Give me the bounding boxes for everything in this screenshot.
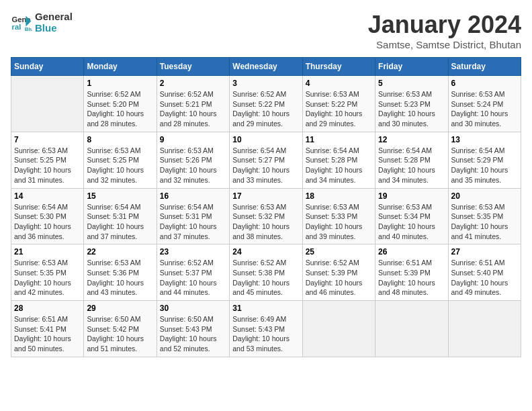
day-info: Sunrise: 6:52 AM Sunset: 5:38 PM Dayligh… [232, 258, 299, 298]
day-cell: 17Sunrise: 6:53 AM Sunset: 5:32 PM Dayli… [230, 188, 302, 244]
day-cell: 31Sunrise: 6:49 AM Sunset: 5:43 PM Dayli… [230, 301, 302, 357]
day-info: Sunrise: 6:52 AM Sunset: 5:21 PM Dayligh… [160, 89, 226, 129]
page-header: Gene ral Blue General Blue January 2024 … [11, 11, 521, 50]
day-cell: 5Sunrise: 6:53 AM Sunset: 5:23 PM Daylig… [375, 76, 448, 132]
day-cell: 13Sunrise: 6:54 AM Sunset: 5:29 PM Dayli… [448, 132, 521, 188]
header-row: SundayMondayTuesdayWednesdayThursdayFrid… [11, 58, 521, 76]
day-cell: 16Sunrise: 6:54 AM Sunset: 5:31 PM Dayli… [157, 188, 229, 244]
day-number: 1 [87, 79, 153, 88]
day-number: 11 [306, 135, 372, 144]
day-info: Sunrise: 6:53 AM Sunset: 5:26 PM Dayligh… [160, 146, 226, 185]
header-cell-sunday: Sunday [11, 58, 84, 76]
calendar-subtitle: Samtse, Samtse District, Bhutan [368, 39, 521, 50]
day-info: Sunrise: 6:54 AM Sunset: 5:29 PM Dayligh… [451, 146, 518, 185]
day-cell [302, 301, 375, 357]
day-number: 30 [160, 304, 226, 313]
day-info: Sunrise: 6:52 AM Sunset: 5:37 PM Dayligh… [160, 258, 226, 298]
day-info: Sunrise: 6:54 AM Sunset: 5:31 PM Dayligh… [87, 202, 153, 242]
day-info: Sunrise: 6:51 AM Sunset: 5:41 PM Dayligh… [14, 314, 81, 354]
day-number: 25 [306, 247, 372, 257]
week-row-3: 14Sunrise: 6:54 AM Sunset: 5:30 PM Dayli… [11, 188, 521, 244]
day-info: Sunrise: 6:53 AM Sunset: 5:32 PM Dayligh… [232, 202, 299, 242]
day-cell: 27Sunrise: 6:51 AM Sunset: 5:40 PM Dayli… [448, 244, 521, 301]
day-number: 4 [306, 79, 372, 88]
day-info: Sunrise: 6:50 AM Sunset: 5:43 PM Dayligh… [160, 314, 226, 354]
day-info: Sunrise: 6:53 AM Sunset: 5:35 PM Dayligh… [451, 202, 518, 242]
week-row-2: 7Sunrise: 6:53 AM Sunset: 5:25 PM Daylig… [11, 132, 521, 188]
day-info: Sunrise: 6:54 AM Sunset: 5:31 PM Dayligh… [160, 202, 226, 242]
day-number: 13 [451, 135, 518, 144]
day-cell: 24Sunrise: 6:52 AM Sunset: 5:38 PM Dayli… [230, 244, 302, 301]
day-cell: 10Sunrise: 6:54 AM Sunset: 5:27 PM Dayli… [230, 132, 302, 188]
day-number: 29 [87, 304, 153, 313]
day-cell: 18Sunrise: 6:53 AM Sunset: 5:33 PM Dayli… [302, 188, 375, 244]
day-info: Sunrise: 6:53 AM Sunset: 5:22 PM Dayligh… [306, 89, 372, 129]
day-cell: 30Sunrise: 6:50 AM Sunset: 5:43 PM Dayli… [157, 301, 229, 357]
day-number: 12 [378, 135, 445, 144]
calendar-title: January 2024 [368, 11, 521, 39]
day-cell: 20Sunrise: 6:53 AM Sunset: 5:35 PM Dayli… [448, 188, 521, 244]
day-number: 17 [232, 191, 299, 201]
day-info: Sunrise: 6:53 AM Sunset: 5:23 PM Dayligh… [378, 89, 445, 129]
week-row-5: 28Sunrise: 6:51 AM Sunset: 5:41 PM Dayli… [11, 301, 521, 357]
day-number: 18 [306, 191, 372, 201]
day-number: 26 [378, 247, 445, 257]
day-cell: 3Sunrise: 6:52 AM Sunset: 5:22 PM Daylig… [230, 76, 302, 132]
header-cell-thursday: Thursday [302, 58, 375, 76]
day-info: Sunrise: 6:53 AM Sunset: 5:35 PM Dayligh… [14, 258, 81, 298]
svg-text:Blue: Blue [25, 26, 32, 32]
day-info: Sunrise: 6:51 AM Sunset: 5:39 PM Dayligh… [378, 258, 445, 298]
day-info: Sunrise: 6:54 AM Sunset: 5:27 PM Dayligh… [232, 146, 299, 185]
day-number: 23 [160, 247, 226, 257]
day-number: 8 [87, 135, 153, 144]
day-cell: 8Sunrise: 6:53 AM Sunset: 5:25 PM Daylig… [84, 132, 157, 188]
calendar-table: SundayMondayTuesdayWednesdayThursdayFrid… [11, 57, 521, 357]
day-cell: 2Sunrise: 6:52 AM Sunset: 5:21 PM Daylig… [157, 76, 229, 132]
day-number: 28 [14, 304, 81, 313]
day-number: 16 [160, 191, 226, 201]
title-block: January 2024 Samtse, Samtse District, Bh… [368, 11, 521, 50]
day-number: 10 [232, 135, 299, 144]
day-cell: 25Sunrise: 6:52 AM Sunset: 5:39 PM Dayli… [302, 244, 375, 301]
day-number: 14 [14, 191, 81, 201]
day-number: 22 [87, 247, 153, 257]
day-cell: 7Sunrise: 6:53 AM Sunset: 5:25 PM Daylig… [11, 132, 84, 188]
day-cell: 15Sunrise: 6:54 AM Sunset: 5:31 PM Dayli… [84, 188, 157, 244]
day-cell: 11Sunrise: 6:54 AM Sunset: 5:28 PM Dayli… [302, 132, 375, 188]
day-cell: 9Sunrise: 6:53 AM Sunset: 5:26 PM Daylig… [157, 132, 229, 188]
logo-line1: General [35, 11, 73, 22]
day-cell: 1Sunrise: 6:52 AM Sunset: 5:20 PM Daylig… [84, 76, 157, 132]
week-row-1: 1Sunrise: 6:52 AM Sunset: 5:20 PM Daylig… [11, 76, 521, 132]
header-cell-tuesday: Tuesday [157, 58, 229, 76]
day-info: Sunrise: 6:49 AM Sunset: 5:43 PM Dayligh… [232, 314, 299, 354]
day-number: 21 [14, 247, 81, 257]
day-cell: 22Sunrise: 6:53 AM Sunset: 5:36 PM Dayli… [84, 244, 157, 301]
day-info: Sunrise: 6:52 AM Sunset: 5:22 PM Dayligh… [232, 89, 299, 129]
header-cell-monday: Monday [84, 58, 157, 76]
logo-icon: Gene ral Blue [11, 11, 32, 33]
day-cell: 4Sunrise: 6:53 AM Sunset: 5:22 PM Daylig… [302, 76, 375, 132]
day-cell: 21Sunrise: 6:53 AM Sunset: 5:35 PM Dayli… [11, 244, 84, 301]
day-cell [375, 301, 448, 357]
day-cell: 23Sunrise: 6:52 AM Sunset: 5:37 PM Dayli… [157, 244, 229, 301]
day-number: 31 [232, 304, 299, 313]
day-number: 9 [160, 135, 226, 144]
day-number: 19 [378, 191, 445, 201]
day-cell [11, 76, 84, 132]
day-cell: 29Sunrise: 6:50 AM Sunset: 5:42 PM Dayli… [84, 301, 157, 357]
day-info: Sunrise: 6:51 AM Sunset: 5:40 PM Dayligh… [451, 258, 518, 298]
day-info: Sunrise: 6:53 AM Sunset: 5:25 PM Dayligh… [87, 146, 153, 185]
logo-line2: Blue [35, 22, 73, 34]
day-info: Sunrise: 6:54 AM Sunset: 5:30 PM Dayligh… [14, 202, 81, 242]
day-info: Sunrise: 6:53 AM Sunset: 5:34 PM Dayligh… [378, 202, 445, 242]
day-cell: 26Sunrise: 6:51 AM Sunset: 5:39 PM Dayli… [375, 244, 448, 301]
header-cell-friday: Friday [375, 58, 448, 76]
day-number: 24 [232, 247, 299, 257]
day-info: Sunrise: 6:53 AM Sunset: 5:33 PM Dayligh… [306, 202, 372, 242]
day-cell: 28Sunrise: 6:51 AM Sunset: 5:41 PM Dayli… [11, 301, 84, 357]
day-number: 27 [451, 247, 518, 257]
svg-text:ral: ral [12, 23, 21, 31]
day-number: 15 [87, 191, 153, 201]
day-cell [448, 301, 521, 357]
day-cell: 19Sunrise: 6:53 AM Sunset: 5:34 PM Dayli… [375, 188, 448, 244]
